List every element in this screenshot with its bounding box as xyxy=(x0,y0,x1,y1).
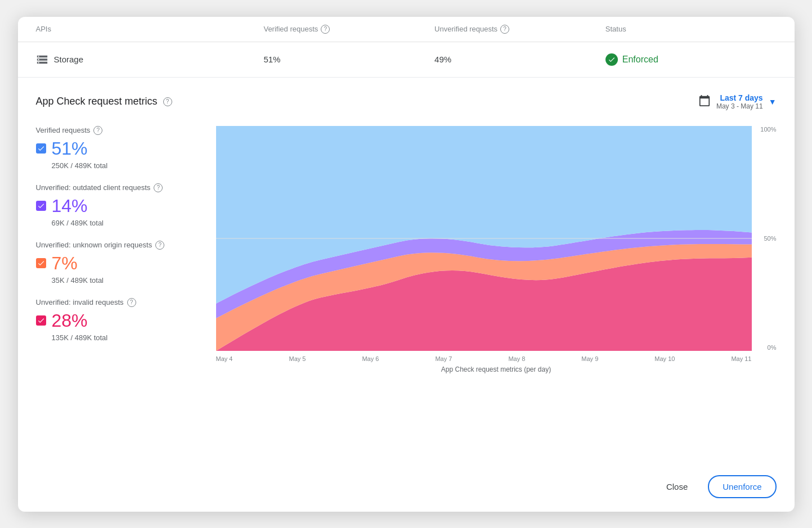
legend-detail-0: 250K / 489K total xyxy=(52,161,205,170)
metrics-help-icon[interactable]: ? xyxy=(163,97,172,106)
legend-value-row: 14% xyxy=(36,196,205,216)
legend-label-row: Verified requests ? xyxy=(36,126,205,135)
legend-percent-0: 51% xyxy=(52,138,88,159)
unverified-help-icon[interactable]: ? xyxy=(500,25,509,34)
chart-container: 100% 50% 0% xyxy=(216,126,777,351)
legend-item-1: Unverified: outdated client requests ? 1… xyxy=(36,183,205,227)
x-label-0: May 4 xyxy=(216,355,233,362)
y-label-100: 100% xyxy=(754,126,777,133)
chart-title: App Check request metrics (per day) xyxy=(216,365,777,373)
x-label-6: May 10 xyxy=(654,355,675,362)
legend-percent-2: 7% xyxy=(52,253,78,274)
y-label-50: 50% xyxy=(754,235,777,242)
col-header-verified: Verified requests ? xyxy=(263,25,434,34)
enforced-label: Enforced xyxy=(622,55,658,65)
x-label-2: May 6 xyxy=(362,355,379,362)
legend-value-row: 28% xyxy=(36,310,205,331)
legend-label-text: Unverified: outdated client requests xyxy=(36,183,151,192)
legend-detail-3: 135K / 489K total xyxy=(52,333,205,342)
table-row: Storage 51% 49% Enforced xyxy=(18,42,795,78)
chart-area: 100% 50% 0% xyxy=(216,126,777,373)
col-header-apis: APIs xyxy=(36,25,264,34)
date-range-control[interactable]: Last 7 days May 3 - May 11 ▼ xyxy=(698,93,777,110)
metrics-section: App Check request metrics ? Last 7 days … xyxy=(18,78,795,466)
legend-label-row: Unverified: outdated client requests ? xyxy=(36,183,205,192)
verified-percent: 51% xyxy=(263,55,434,64)
legend-help-icon-1[interactable]: ? xyxy=(154,183,163,192)
x-label-7: May 11 xyxy=(731,355,751,362)
legend-percent-3: 28% xyxy=(52,310,88,331)
status-cell: Enforced xyxy=(605,53,777,66)
x-label-4: May 8 xyxy=(508,355,525,362)
y-label-0: 0% xyxy=(754,344,777,351)
legend-item-3: Unverified: invalid requests ? 28% 135K … xyxy=(36,298,205,342)
legend-checkbox-1[interactable] xyxy=(36,201,46,211)
date-range-dropdown-icon[interactable]: ▼ xyxy=(769,97,777,106)
legend-help-icon-0[interactable]: ? xyxy=(93,126,102,135)
legend-panel: Verified requests ? 51% 250K / 489K tota… xyxy=(36,126,205,373)
legend-value-row: 7% xyxy=(36,253,205,274)
date-range-label: Last 7 days xyxy=(720,93,762,102)
x-label-3: May 7 xyxy=(435,355,452,362)
legend-percent-1: 14% xyxy=(52,196,88,216)
calendar-icon xyxy=(698,94,711,109)
area-chart xyxy=(216,126,752,351)
legend-checkbox-3[interactable] xyxy=(36,315,46,326)
legend-help-icon-3[interactable]: ? xyxy=(127,298,136,307)
unenforce-button[interactable]: Unenforce xyxy=(708,475,776,498)
legend-label-text: Unverified: invalid requests xyxy=(36,298,124,306)
api-cell: Storage xyxy=(36,53,264,66)
legend-value-row: 51% xyxy=(36,138,205,159)
legend-detail-1: 69K / 489K total xyxy=(52,219,205,227)
col-header-unverified: Unverified requests ? xyxy=(434,25,605,34)
metrics-header: App Check request metrics ? Last 7 days … xyxy=(36,93,777,110)
legend-label-row: Unverified: invalid requests ? xyxy=(36,298,205,307)
content-area: Verified requests ? 51% 250K / 489K tota… xyxy=(36,126,777,373)
enforced-check-icon xyxy=(605,53,618,66)
metrics-title: App Check request metrics ? xyxy=(36,96,172,107)
y-axis-labels: 100% 50% 0% xyxy=(754,126,777,351)
x-label-1: May 5 xyxy=(289,355,306,362)
x-label-5: May 9 xyxy=(581,355,598,362)
storage-icon xyxy=(36,53,48,66)
legend-label-text: Unverified: unknown origin requests xyxy=(36,241,152,249)
chart-svg-container xyxy=(216,126,752,351)
legend-help-icon-2[interactable]: ? xyxy=(155,241,164,250)
legend-label-text: Verified requests xyxy=(36,126,91,134)
verified-help-icon[interactable]: ? xyxy=(321,25,330,34)
legend-detail-2: 35K / 489K total xyxy=(52,276,205,285)
x-axis-labels: May 4May 5May 6May 7May 8May 9May 10May … xyxy=(216,351,777,362)
legend-item-2: Unverified: unknown origin requests ? 7%… xyxy=(36,241,205,285)
date-range-sub: May 3 - May 11 xyxy=(716,102,763,110)
legend-item-0: Verified requests ? 51% 250K / 489K tota… xyxy=(36,126,205,170)
date-range-text: Last 7 days May 3 - May 11 xyxy=(716,93,763,110)
dialog: APIs Verified requests ? Unverified requ… xyxy=(18,17,795,512)
legend-label-row: Unverified: unknown origin requests ? xyxy=(36,241,205,250)
table-header: APIs Verified requests ? Unverified requ… xyxy=(18,17,795,42)
unverified-percent: 49% xyxy=(434,55,605,64)
col-header-status: Status xyxy=(605,25,777,34)
legend-checkbox-2[interactable] xyxy=(36,258,46,268)
dialog-footer: Close Unenforce xyxy=(18,466,795,512)
close-button[interactable]: Close xyxy=(653,475,701,498)
legend-checkbox-0[interactable] xyxy=(36,143,46,154)
